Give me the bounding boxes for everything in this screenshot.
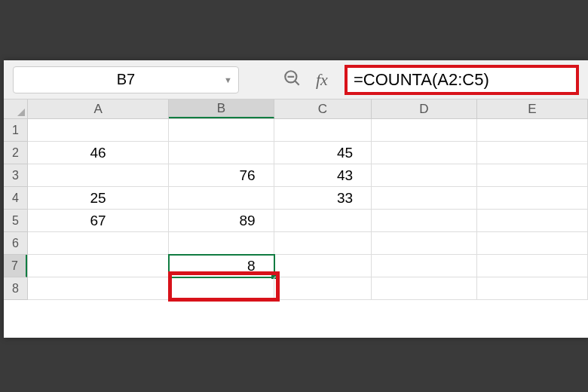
cell-B3[interactable]: 76 <box>169 164 274 187</box>
cell-E2[interactable] <box>477 142 588 164</box>
formula-text: =COUNTA(A2:C5) <box>354 70 489 90</box>
row-header-5[interactable]: 5 <box>4 210 27 232</box>
formula-bar-icons: fx <box>283 69 328 91</box>
column-headers: ABCDE <box>28 100 588 119</box>
cell-A3[interactable] <box>28 164 169 187</box>
cell-C1[interactable] <box>274 119 372 142</box>
cell-E7[interactable] <box>477 255 588 277</box>
cell-C7[interactable] <box>274 255 372 277</box>
row-header-6[interactable]: 6 <box>4 232 27 255</box>
cell-D2[interactable] <box>372 142 476 164</box>
cell-B4[interactable] <box>169 187 274 210</box>
cell-C6[interactable] <box>274 232 372 255</box>
row-header-2[interactable]: 2 <box>4 142 27 164</box>
select-all-corner[interactable] <box>4 100 28 119</box>
cell-E1[interactable] <box>477 119 588 142</box>
cell-B8[interactable] <box>169 277 274 300</box>
cell-D7[interactable] <box>372 255 476 277</box>
cell-D1[interactable] <box>372 119 476 142</box>
col-header-D[interactable]: D <box>372 100 476 118</box>
table-row <box>28 277 588 300</box>
cell-B5[interactable]: 89 <box>169 210 274 232</box>
table-row: 7643 <box>28 164 588 187</box>
cell-C3[interactable]: 43 <box>274 164 372 187</box>
table-row <box>28 232 588 255</box>
table-row: 8 <box>28 255 588 277</box>
cell-A8[interactable] <box>28 277 169 300</box>
row-header-8[interactable]: 8 <box>4 277 27 300</box>
col-header-A[interactable]: A <box>28 100 169 118</box>
svg-line-1 <box>295 81 299 84</box>
cell-C2[interactable]: 45 <box>274 142 372 164</box>
name-box[interactable]: B7 ▼ <box>13 66 239 93</box>
cell-B6[interactable] <box>169 232 274 255</box>
cell-C4[interactable]: 33 <box>274 187 372 210</box>
row-header-1[interactable]: 1 <box>4 119 27 142</box>
table-row <box>28 119 588 142</box>
cell-E4[interactable] <box>477 187 588 210</box>
row-headers: 12345678 <box>4 119 28 300</box>
name-box-value: B7 <box>117 71 135 88</box>
cell-E5[interactable] <box>477 210 588 232</box>
row-header-7[interactable]: 7 <box>4 255 27 277</box>
cell-E6[interactable] <box>477 232 588 255</box>
spreadsheet-window: B7 ▼ fx =COUNTA(A2:C5) ABCDE 12345678 46… <box>4 60 588 338</box>
cell-D5[interactable] <box>372 210 476 232</box>
cell-A1[interactable] <box>28 119 169 142</box>
cell-A5[interactable]: 67 <box>28 210 169 232</box>
cell-E8[interactable] <box>477 277 588 300</box>
cell-D3[interactable] <box>372 164 476 187</box>
search-icon[interactable] <box>283 69 302 91</box>
row-header-3[interactable]: 3 <box>4 164 27 187</box>
cell-B1[interactable] <box>169 119 274 142</box>
cell-B2[interactable] <box>169 142 274 164</box>
col-header-E[interactable]: E <box>477 100 588 118</box>
cell-A4[interactable]: 25 <box>28 187 169 210</box>
formula-input[interactable]: =COUNTA(A2:C5) <box>345 65 579 95</box>
chevron-down-icon[interactable]: ▼ <box>224 75 232 84</box>
cell-D6[interactable] <box>372 232 476 255</box>
formula-bar: B7 ▼ fx =COUNTA(A2:C5) <box>4 60 588 100</box>
col-header-C[interactable]: C <box>274 100 372 118</box>
cell-B7[interactable]: 8 <box>169 255 274 277</box>
fx-icon[interactable]: fx <box>316 70 328 90</box>
cell-D4[interactable] <box>372 187 476 210</box>
cell-A7[interactable] <box>28 255 169 277</box>
cell-A6[interactable] <box>28 232 169 255</box>
cell-A2[interactable]: 46 <box>28 142 169 164</box>
col-header-B[interactable]: B <box>169 100 274 118</box>
cell-E3[interactable] <box>477 164 588 187</box>
table-row: 2533 <box>28 187 588 210</box>
cell-D8[interactable] <box>372 277 476 300</box>
cell-C8[interactable] <box>274 277 372 300</box>
table-row: 6789 <box>28 210 588 232</box>
cell-C5[interactable] <box>274 210 372 232</box>
table-row: 4645 <box>28 142 588 164</box>
row-header-4[interactable]: 4 <box>4 187 27 210</box>
